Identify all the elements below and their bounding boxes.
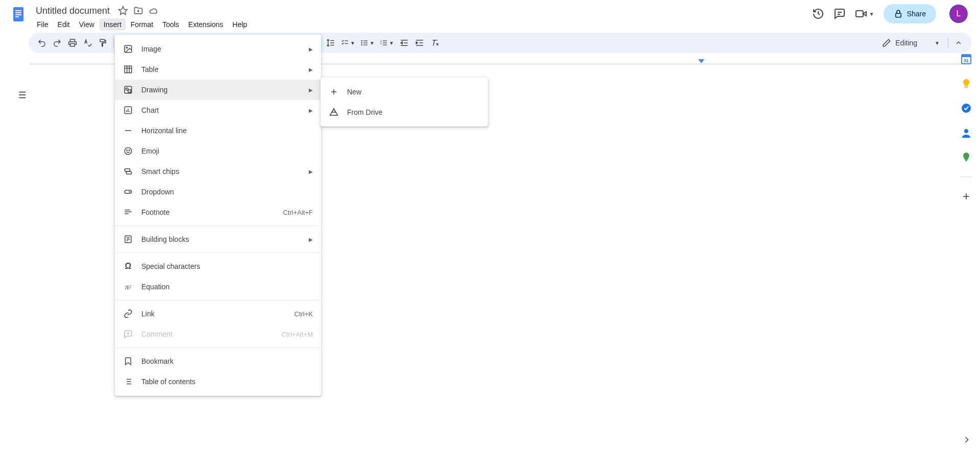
table-icon — [123, 64, 133, 74]
insert-menu: Image ▶ Table ▶ Drawing ▶ Chart ▶ Horizo… — [115, 35, 321, 396]
document-outline-button[interactable] — [14, 88, 29, 102]
menu-item-label: Table — [141, 65, 301, 73]
dropdown-icon — [123, 187, 133, 197]
meet-button[interactable]: ▼ — [855, 8, 874, 20]
bulleted-list-button[interactable]: ▼ — [358, 36, 377, 50]
chevron-down-icon: ▼ — [389, 40, 394, 46]
move-icon[interactable] — [133, 6, 143, 16]
redo-button[interactable] — [50, 36, 64, 50]
chevron-down-icon: ▼ — [869, 11, 874, 17]
decrease-indent-button[interactable] — [397, 36, 411, 50]
line-spacing-button[interactable] — [324, 36, 338, 50]
menu-item-label: Image — [141, 45, 301, 53]
comments-icon[interactable] — [834, 8, 846, 20]
insert-menu-horizontal-line[interactable]: Horizontal line — [115, 120, 321, 141]
checklist-button[interactable]: ▼ — [339, 36, 357, 50]
tasks-addon-icon[interactable] — [961, 103, 971, 113]
insert-menu-image[interactable]: Image ▶ — [115, 39, 321, 59]
paint-format-button[interactable] — [96, 36, 110, 50]
menu-help[interactable]: Help — [228, 18, 251, 31]
insert-menu-link[interactable]: Link Ctrl+K — [115, 304, 321, 324]
menu-format[interactable]: Format — [127, 18, 157, 31]
chevron-down-icon: ▼ — [350, 40, 355, 46]
menubar: File Edit View Insert Format Tools Exten… — [33, 17, 812, 31]
lock-icon — [894, 9, 903, 18]
svg-marker-51 — [416, 42, 418, 44]
insert-menu-emoji[interactable]: Emoji — [115, 141, 321, 161]
insert-menu-equation[interactable]: π2 Equation — [115, 277, 321, 297]
ruler-right-margin-marker[interactable] — [698, 59, 704, 64]
svg-text:31: 31 — [963, 58, 968, 63]
svg-rect-13 — [100, 39, 105, 42]
svg-rect-99 — [962, 55, 971, 57]
side-panel-expand-button[interactable] — [962, 435, 972, 445]
insert-menu-bookmark[interactable]: Bookmark — [115, 351, 321, 371]
drawing-submenu-from-drive[interactable]: From Drive — [321, 102, 488, 122]
insert-menu-chart[interactable]: Chart ▶ — [115, 100, 321, 120]
print-button[interactable] — [65, 36, 80, 50]
toolbar-separator — [948, 38, 948, 48]
submenu-arrow-icon: ▶ — [309, 67, 313, 72]
insert-menu-drawing[interactable]: Drawing ▶ — [115, 80, 321, 100]
svg-text:2: 2 — [380, 42, 382, 45]
get-addons-button[interactable] — [961, 191, 971, 202]
chevron-down-icon: ▼ — [370, 40, 375, 46]
plus-icon — [329, 87, 339, 97]
docs-logo[interactable] — [8, 4, 29, 24]
editing-mode-button[interactable]: Editing ▼ — [877, 35, 945, 51]
share-button[interactable]: Share — [884, 4, 936, 23]
svg-point-74 — [127, 150, 128, 151]
menu-item-label: Emoji — [141, 147, 313, 155]
side-panel: 31 — [951, 39, 980, 452]
svg-rect-2 — [15, 12, 21, 13]
svg-marker-5 — [119, 7, 128, 15]
menu-item-label: Footnote — [141, 208, 275, 216]
svg-rect-4 — [15, 16, 19, 17]
comment-icon — [123, 329, 133, 339]
menu-extensions[interactable]: Extensions — [184, 18, 227, 31]
clear-formatting-button[interactable] — [428, 36, 442, 50]
menu-item-label: Smart chips — [141, 167, 301, 175]
svg-point-35 — [361, 44, 362, 45]
drawing-submenu-new[interactable]: New — [321, 82, 488, 102]
menu-view[interactable]: View — [75, 18, 99, 31]
increase-indent-button[interactable] — [412, 36, 427, 50]
spellcheck-button[interactable] — [81, 36, 95, 50]
svg-point-73 — [125, 147, 132, 155]
svg-marker-52 — [698, 59, 704, 63]
insert-menu-building-blocks[interactable]: Building blocks ▶ — [115, 229, 321, 249]
keep-addon-icon[interactable] — [961, 79, 971, 89]
submenu-arrow-icon: ▶ — [309, 46, 313, 52]
title-block: Untitled document File Edit View Insert … — [33, 4, 812, 31]
svg-rect-77 — [126, 171, 132, 174]
history-icon[interactable] — [812, 8, 824, 20]
cloud-status-icon[interactable] — [149, 6, 159, 16]
horizontal-line-icon — [123, 125, 133, 136]
star-icon[interactable] — [118, 6, 128, 16]
menu-edit[interactable]: Edit — [54, 18, 74, 31]
drawing-icon — [123, 85, 133, 95]
menu-insert[interactable]: Insert — [100, 18, 126, 31]
side-panel-divider — [960, 177, 972, 177]
menu-file[interactable]: File — [33, 18, 53, 31]
insert-menu-footnote[interactable]: Footnote Ctrl+Alt+F — [115, 202, 321, 222]
maps-addon-icon[interactable] — [961, 152, 971, 162]
contacts-addon-icon[interactable] — [961, 128, 971, 138]
insert-menu-smart-chips[interactable]: Smart chips ▶ — [115, 161, 321, 182]
building-blocks-icon — [123, 234, 133, 244]
insert-menu-dropdown[interactable]: Dropdown — [115, 182, 321, 202]
document-title[interactable]: Untitled document — [33, 5, 113, 17]
svg-marker-47 — [401, 42, 402, 44]
drive-icon — [329, 107, 339, 117]
insert-menu-table[interactable]: Table ▶ — [115, 59, 321, 80]
account-avatar[interactable]: L — [949, 5, 968, 23]
insert-menu-table-of-contents[interactable]: Table of contents — [115, 371, 321, 392]
submenu-arrow-icon: ▶ — [309, 237, 313, 242]
calendar-addon-icon[interactable]: 31 — [961, 54, 971, 64]
insert-menu-special-characters[interactable]: Ω Special characters — [115, 256, 321, 277]
footnote-icon — [123, 207, 133, 217]
share-label: Share — [907, 10, 926, 18]
numbered-list-button[interactable]: 12▼ — [378, 36, 396, 50]
menu-tools[interactable]: Tools — [158, 18, 183, 31]
undo-button[interactable] — [35, 36, 49, 50]
